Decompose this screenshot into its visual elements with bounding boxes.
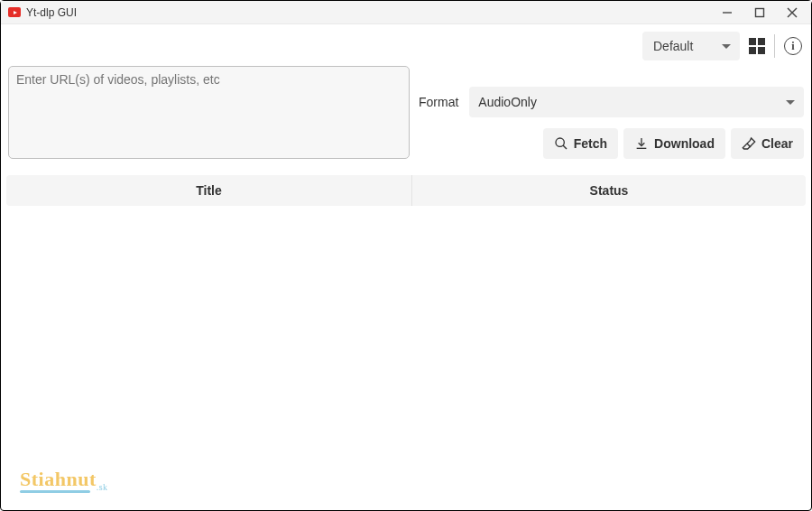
chevron-down-icon bbox=[722, 44, 731, 49]
fetch-label: Fetch bbox=[574, 136, 607, 151]
profile-select[interactable]: Default bbox=[642, 32, 740, 60]
svg-rect-1 bbox=[756, 8, 764, 16]
top-toolbar: Default i bbox=[1, 24, 811, 66]
erase-icon bbox=[742, 136, 756, 151]
format-select-value: AudioOnly bbox=[478, 95, 537, 109]
app-icon bbox=[8, 7, 21, 17]
close-button[interactable] bbox=[786, 6, 798, 19]
profile-select-value: Default bbox=[653, 39, 693, 53]
fetch-button[interactable]: Fetch bbox=[543, 128, 618, 159]
format-label: Format bbox=[419, 95, 458, 109]
download-button[interactable]: Download bbox=[623, 128, 725, 159]
svg-line-8 bbox=[747, 144, 751, 147]
titlebar: Yt-dlp GUI bbox=[1, 1, 811, 24]
format-select[interactable]: AudioOnly bbox=[469, 87, 804, 117]
table-header: Title Status bbox=[6, 175, 806, 206]
chevron-down-icon bbox=[786, 100, 795, 105]
clear-label: Clear bbox=[761, 136, 793, 151]
maximize-button[interactable] bbox=[753, 6, 766, 19]
minimize-button[interactable] bbox=[721, 6, 734, 19]
svg-point-4 bbox=[556, 138, 564, 146]
search-icon bbox=[554, 136, 568, 151]
info-button[interactable]: i bbox=[784, 37, 802, 55]
divider bbox=[774, 34, 775, 58]
window-title: Yt-dlp GUI bbox=[26, 6, 77, 19]
clear-button[interactable]: Clear bbox=[731, 128, 804, 159]
grid-view-button[interactable] bbox=[749, 38, 765, 54]
column-title: Title bbox=[6, 175, 412, 206]
table-body bbox=[1, 206, 811, 510]
svg-line-5 bbox=[563, 145, 567, 149]
url-input[interactable] bbox=[8, 66, 410, 159]
download-label: Download bbox=[654, 136, 715, 151]
download-icon bbox=[634, 136, 649, 151]
column-status: Status bbox=[412, 183, 806, 198]
